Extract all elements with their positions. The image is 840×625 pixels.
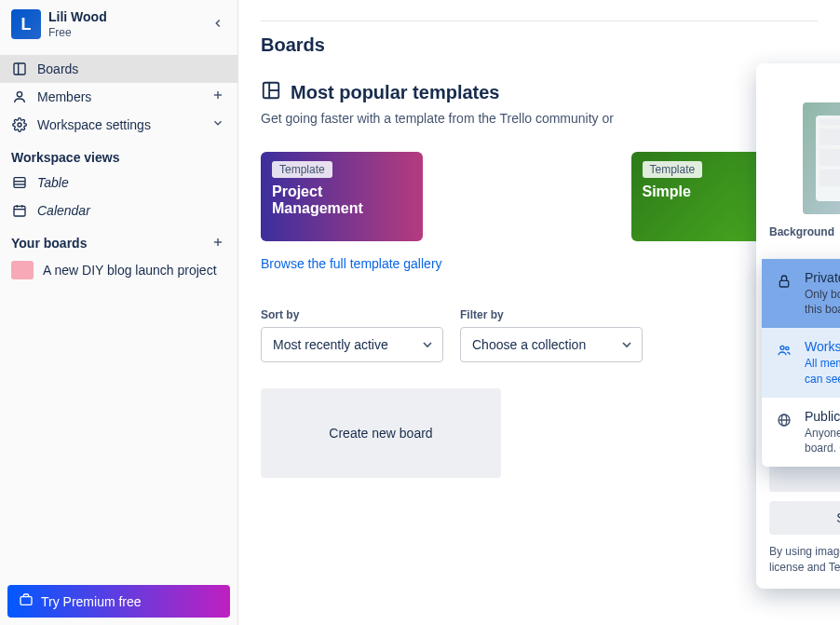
create-board-tile[interactable]: Create new board xyxy=(261,388,501,478)
sidebar-item-label: Boards xyxy=(37,61,78,76)
people-icon xyxy=(775,341,793,360)
board-swatch xyxy=(11,261,34,279)
visibility-option-workspace[interactable]: Workspace All members of the Lili Wood W… xyxy=(762,328,840,397)
sidebar-item-members[interactable]: Members xyxy=(0,83,237,111)
view-label: Calendar xyxy=(37,203,90,218)
gear-icon xyxy=(11,116,28,133)
svg-rect-6 xyxy=(14,177,25,187)
svg-rect-9 xyxy=(14,206,25,216)
sidebar-item-label: Members xyxy=(37,89,91,104)
workspace-views-header: Workspace views xyxy=(0,139,237,169)
calendar-icon xyxy=(11,202,28,219)
filter-by-select[interactable]: Choose a collection xyxy=(460,327,643,362)
sort-by-label: Sort by xyxy=(261,308,443,321)
workspace-header[interactable]: L Lili Wood Free xyxy=(0,0,237,49)
option-title: Public xyxy=(805,409,840,424)
nav-list: Boards Members Workspace settings xyxy=(0,55,237,139)
workspace-plan: Free xyxy=(48,26,206,40)
expand-settings-button[interactable] xyxy=(210,116,226,132)
svg-rect-21 xyxy=(779,280,788,287)
option-title: Workspace xyxy=(805,339,840,354)
sort-by-select[interactable]: Most recently active xyxy=(261,327,443,362)
main-content: Boards Most popular templates Get going … xyxy=(238,0,840,625)
view-table[interactable]: Table xyxy=(0,169,237,197)
svg-rect-0 xyxy=(14,63,25,75)
board-link[interactable]: A new DIY blog launch project xyxy=(0,255,237,285)
collapse-sidebar-button[interactable] xyxy=(206,13,230,36)
globe-icon xyxy=(775,411,793,429)
premium-label: Try Premium free xyxy=(41,594,142,609)
template-badge: Template xyxy=(272,161,332,178)
background-label: Background xyxy=(769,225,840,238)
workspace-name: Lili Wood xyxy=(48,9,206,26)
template-card-project-management[interactable]: Template Project Management xyxy=(261,152,423,241)
popover-title: Create board xyxy=(769,73,840,99)
svg-point-2 xyxy=(17,91,21,96)
option-desc: All members of the Lili Wood Workspace c… xyxy=(805,356,840,386)
option-desc: Only board members can see and edit this… xyxy=(805,287,840,317)
template-icon xyxy=(261,80,281,105)
unsplash-fineprint: By using images from Unsplash, you agree… xyxy=(769,544,840,576)
option-title: Private xyxy=(805,270,840,285)
sidebar-item-label: Workspace settings xyxy=(37,117,151,132)
sidebar-item-settings[interactable]: Workspace settings xyxy=(0,111,237,139)
add-board-button[interactable] xyxy=(210,236,226,251)
visibility-dropdown: Private Only board members can see and e… xyxy=(762,259,840,467)
controls: Sort by Most recently active Filter by C… xyxy=(261,308,818,362)
chevron-down-icon xyxy=(420,337,435,352)
briefcase-icon xyxy=(19,592,34,610)
lock-icon xyxy=(775,272,793,291)
svg-point-22 xyxy=(780,346,784,350)
template-title: Project Management xyxy=(272,183,412,217)
divider xyxy=(261,20,818,21)
try-premium-button[interactable]: Try Premium free xyxy=(7,585,230,618)
start-with-template-button[interactable]: Start with a template xyxy=(769,501,840,535)
visibility-option-public[interactable]: Public Anyone on the internet can see th… xyxy=(762,398,840,467)
chevron-down-icon xyxy=(619,337,634,352)
board-icon xyxy=(11,61,28,77)
person-icon xyxy=(11,88,28,105)
view-label: Table xyxy=(37,175,69,190)
view-calendar[interactable]: Calendar xyxy=(0,197,237,224)
svg-rect-15 xyxy=(20,597,32,605)
sidebar-item-boards[interactable]: Boards xyxy=(0,55,237,83)
board-label: A new DIY blog launch project xyxy=(43,263,217,278)
workspace-logo: L xyxy=(11,9,41,39)
templates-row: Template Project Management Template Sim… xyxy=(261,152,818,241)
board-preview xyxy=(803,102,840,214)
your-boards-header: Your boards xyxy=(0,224,237,255)
visibility-option-private[interactable]: Private Only board members can see and e… xyxy=(762,259,840,328)
workspace-info: Lili Wood Free xyxy=(48,9,206,40)
sidebar: L Lili Wood Free Boards Members xyxy=(0,0,238,625)
templates-heading: Most popular templates xyxy=(261,80,818,105)
svg-point-5 xyxy=(18,123,21,127)
templates-subtext: Get going faster with a template from th… xyxy=(261,111,818,126)
page-title: Boards xyxy=(261,34,818,56)
add-member-button[interactable] xyxy=(210,88,226,104)
svg-point-23 xyxy=(786,347,789,350)
template-badge: Template xyxy=(643,161,703,178)
table-icon xyxy=(11,174,28,191)
browse-templates-link[interactable]: Browse the full template gallery xyxy=(261,256,442,271)
filter-by-label: Filter by xyxy=(460,308,643,321)
option-desc: Anyone on the internet can see this boar… xyxy=(805,426,840,455)
